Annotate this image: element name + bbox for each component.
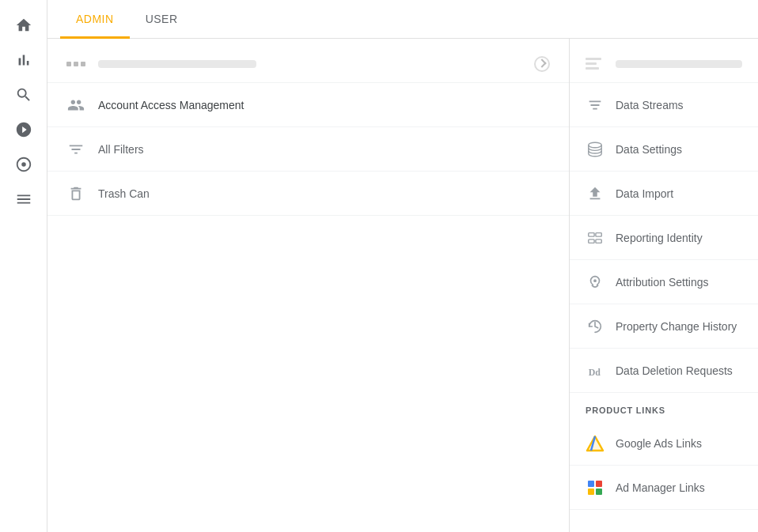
all-filters-item[interactable]: All Filters <box>47 127 569 172</box>
sidebar-icon-home[interactable] <box>8 9 40 41</box>
data-streams-icon <box>586 96 605 115</box>
data-import-item[interactable]: Data Import <box>570 172 758 216</box>
people-icon <box>66 96 85 115</box>
tab-admin[interactable]: ADMIN <box>60 0 130 39</box>
data-deletion-requests-item[interactable]: Dd Data Deletion Requests <box>570 349 758 393</box>
right-column: Data Streams Data Settings <box>570 39 758 532</box>
reporting-identity-label: Reporting Identity <box>616 232 703 244</box>
data-settings-icon <box>586 140 605 159</box>
sidebar-icon-configure[interactable] <box>8 149 40 180</box>
reporting-identity-item[interactable]: Reporting Identity <box>570 216 758 260</box>
data-settings-label: Data Settings <box>616 143 682 156</box>
data-import-icon <box>586 184 605 203</box>
account-access-management-item[interactable]: Account Access Management <box>47 83 569 127</box>
attribution-settings-icon <box>586 273 605 292</box>
data-streams-item[interactable]: Data Streams <box>570 83 758 127</box>
property-change-history-item[interactable]: Property Change History <box>570 304 758 349</box>
tab-user[interactable]: USER <box>130 0 194 39</box>
svg-rect-12 <box>588 481 594 487</box>
filter-icon <box>66 140 85 159</box>
svg-point-1 <box>589 142 602 147</box>
truncated-item <box>47 45 569 83</box>
data-import-label: Data Import <box>616 187 673 200</box>
google-ads-links-label: Google Ads Links <box>616 437 702 450</box>
svg-rect-15 <box>596 489 602 495</box>
google-ads-icon <box>586 434 605 453</box>
svg-rect-14 <box>588 489 594 495</box>
ad-manager-links-item[interactable]: Ad Manager Links <box>570 466 758 510</box>
sidebar-icon-admin[interactable] <box>8 183 40 215</box>
tab-bar: ADMIN USER <box>47 0 758 39</box>
left-column: Account Access Management All Filters <box>47 39 570 532</box>
sidebar <box>0 0 47 532</box>
content-area: Account Access Management All Filters <box>47 39 758 532</box>
ad-manager-links-label: Ad Manager Links <box>616 481 705 494</box>
trash-icon <box>66 184 85 203</box>
svg-rect-13 <box>596 481 602 487</box>
sidebar-icon-advertising[interactable] <box>8 114 40 145</box>
data-deletion-icon: Dd <box>586 361 605 380</box>
account-access-management-label: Account Access Management <box>98 99 244 111</box>
attribution-settings-label: Attribution Settings <box>616 276 709 289</box>
trash-can-item[interactable]: Trash Can <box>47 172 569 216</box>
google-ads-links-item[interactable]: Google Ads Links <box>570 421 758 466</box>
svg-point-0 <box>21 162 26 167</box>
property-change-history-label: Property Change History <box>616 320 737 333</box>
sidebar-icon-reports[interactable] <box>8 44 40 76</box>
main-content: ADMIN USER <box>47 0 758 532</box>
svg-rect-5 <box>596 239 601 243</box>
property-change-history-icon <box>586 317 605 336</box>
svg-rect-2 <box>589 232 594 236</box>
svg-point-6 <box>593 279 597 282</box>
data-deletion-requests-label: Data Deletion Requests <box>616 364 733 377</box>
data-settings-item[interactable]: Data Settings <box>570 127 758 172</box>
reporting-identity-icon <box>586 228 605 247</box>
attribution-settings-item[interactable]: Attribution Settings <box>570 260 758 304</box>
trash-can-label: Trash Can <box>98 187 150 200</box>
arrow-annotation <box>570 424 578 463</box>
data-streams-label: Data Streams <box>616 99 684 111</box>
svg-text:Dd: Dd <box>589 366 601 377</box>
sidebar-icon-explore[interactable] <box>8 79 40 111</box>
all-filters-label: All Filters <box>98 143 144 156</box>
svg-rect-3 <box>596 232 601 236</box>
product-links-section-header: PRODUCT LINKS <box>570 393 758 421</box>
ad-manager-icon <box>586 478 605 497</box>
svg-rect-4 <box>589 239 594 243</box>
